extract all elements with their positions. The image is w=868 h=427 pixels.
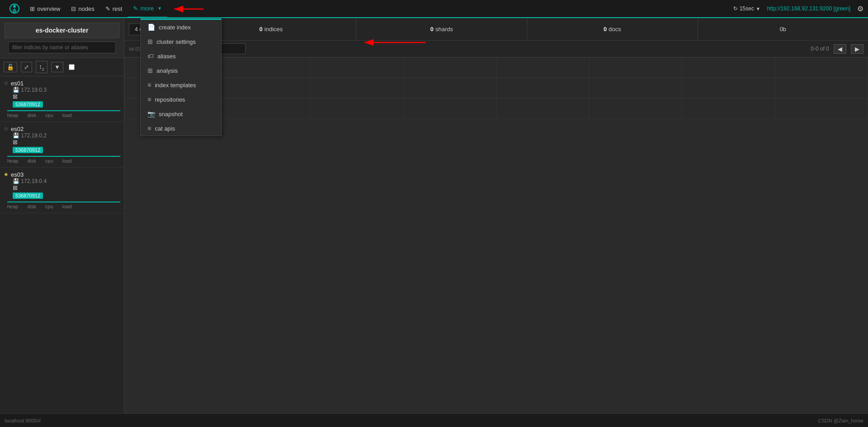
lock-button[interactable]: 🔓 — [4, 62, 17, 72]
refresh-label: 15sec — [740, 5, 754, 12]
analysis-label: analysis — [157, 67, 178, 74]
sidebar-controls: 🔓 ⤢ ↕Z ▼ — [0, 58, 124, 76]
nav-right-section: ↻ 15sec ▼ http://192.168.92.131:9200 [gr… — [733, 5, 863, 13]
table-cell — [775, 78, 868, 99]
metric-load: load — [62, 158, 72, 164]
docs-label: docs — [609, 26, 621, 33]
logo-button[interactable] — [5, 0, 24, 18]
table-cell — [589, 99, 682, 119]
node-label: es01 — [11, 80, 24, 87]
sidebar-header: es-docker-cluster — [0, 18, 124, 58]
node-label: es02 — [11, 126, 24, 132]
indices-label: indices — [265, 26, 283, 33]
nav-rest-label: rest — [113, 5, 123, 12]
table-cell — [310, 58, 403, 78]
refresh-control[interactable]: ↻ 15sec ▼ — [733, 5, 760, 12]
filter-dropdown-button[interactable]: ▼ — [51, 62, 63, 72]
select-all-checkbox[interactable] — [69, 64, 75, 70]
refresh-icon: ↻ — [733, 5, 738, 12]
node-id-badge: 536870912 — [13, 147, 43, 153]
cluster-settings-label: cluster settings — [157, 38, 196, 45]
transport-icon: ⊠ — [13, 139, 18, 145]
aliases-icon: 🏷 — [147, 52, 154, 60]
nav-overview-label: overview — [37, 5, 60, 12]
table-cell — [218, 78, 310, 99]
star-icon: ☆ — [4, 80, 9, 86]
node-ip: 💾 172.19.0.3 — [13, 87, 120, 93]
size-label: 0b — [780, 26, 786, 33]
next-page-button[interactable]: ▶ — [851, 44, 863, 54]
menu-create-index[interactable]: 📄 create index — [141, 20, 221, 34]
create-index-icon: 📄 — [147, 23, 155, 31]
metric-disk: disk — [27, 113, 36, 118]
table-cell — [310, 78, 403, 99]
table-cell — [589, 78, 682, 99]
cluster-name: es-docker-cluster — [5, 23, 119, 38]
more-icon: ✎ — [133, 5, 138, 12]
table-cell — [682, 58, 775, 78]
menu-repositories[interactable]: ≡ repositories — [141, 92, 221, 107]
node-metrics: heap disk cpu load — [7, 202, 120, 209]
table-cell — [682, 78, 775, 99]
table-cell — [403, 78, 496, 99]
table-cell — [218, 58, 310, 78]
node-id-badge: 536870912 — [13, 192, 43, 199]
nav-rest[interactable]: ✎ rest — [100, 0, 128, 18]
nav-nodes[interactable]: ⊟ nodes — [66, 0, 100, 18]
rest-icon: ✎ — [105, 5, 110, 12]
repositories-label: repositories — [155, 96, 185, 103]
more-dropdown-menu: 📄 create index ⊞ cluster settings 🏷 alia… — [140, 18, 222, 136]
docs-count: 0 — [603, 26, 607, 33]
table-cell — [218, 99, 310, 119]
filter-row: ial (0) 0-0 of 0 ◀ ▶ — [124, 41, 868, 57]
metric-cpu: cpu — [45, 158, 53, 164]
pagination-count: 0-0 of 0 — [811, 46, 829, 52]
nav-more[interactable]: ✎ more ▼ — [128, 0, 167, 18]
table-row — [125, 58, 868, 78]
stats-docs: 0 docs — [527, 18, 698, 40]
sort-az-button[interactable]: ↕Z — [36, 61, 47, 73]
shards-count: 0 — [430, 26, 433, 33]
node-item[interactable]: ☆ es02 💾 172.19.0.2 ⊠ 536870912 heap dis… — [0, 122, 124, 168]
cat-apis-label: cat apis — [155, 125, 175, 132]
stats-shards: 0 shards — [356, 18, 527, 40]
filter-indices-input[interactable] — [8, 42, 116, 53]
expand-button[interactable]: ⤢ — [21, 62, 32, 72]
index-templates-icon: ≡ — [147, 81, 151, 89]
table-cell — [403, 58, 496, 78]
indices-table — [124, 57, 868, 119]
table-cell — [496, 99, 589, 119]
metric-heap: heap — [7, 158, 18, 164]
table-cell — [496, 58, 589, 78]
prev-page-button[interactable]: ◀ — [834, 44, 846, 54]
table-cell — [403, 99, 496, 119]
overview-icon: ⊞ — [30, 5, 35, 12]
node-item[interactable]: ★ es03 💾 172.19.0.4 ⊠ 536870912 heap dis… — [0, 168, 124, 213]
aliases-label: aliases — [157, 53, 175, 60]
menu-cat-apis[interactable]: ≡ cat apis — [141, 121, 221, 136]
settings-icon[interactable]: ⚙ — [857, 5, 863, 13]
cluster-settings-icon: ⊞ — [147, 38, 153, 45]
menu-snapshot[interactable]: 📷 snapshot — [141, 107, 221, 121]
menu-aliases[interactable]: 🏷 aliases — [141, 49, 221, 63]
nav-more-label: more — [140, 5, 154, 12]
menu-index-templates[interactable]: ≡ index templates — [141, 78, 221, 92]
nav-overview[interactable]: ⊞ overview — [24, 0, 66, 18]
menu-analysis[interactable]: ⊞ analysis — [141, 63, 221, 78]
top-navigation: ⊞ overview ⊟ nodes ✎ rest ✎ more ▼ ↻ 15s… — [0, 0, 868, 18]
refresh-dropdown-icon: ▼ — [756, 6, 760, 11]
index-templates-label: index templates — [155, 82, 196, 89]
node-label: es03 — [11, 171, 24, 178]
more-dropdown-icon: ▼ — [157, 6, 162, 11]
node-name: ☆ es02 — [4, 126, 120, 132]
metric-load: load — [62, 113, 72, 118]
node-list: ☆ es01 💾 172.19.0.3 ⊠ 536870912 heap dis… — [0, 76, 124, 413]
cat-apis-icon: ≡ — [147, 125, 151, 132]
metric-heap: heap — [7, 204, 18, 209]
table-cell — [589, 58, 682, 78]
shards-label: shards — [436, 26, 453, 33]
node-item[interactable]: ☆ es01 💾 172.19.0.3 ⊠ 536870912 heap dis… — [0, 76, 124, 122]
stats-bar: 4 cluster settings 0 indices 0 shards 0 … — [124, 18, 868, 41]
node-ip: 💾 172.19.0.2 — [13, 132, 120, 139]
menu-cluster-settings[interactable]: ⊞ cluster settings — [141, 34, 221, 49]
